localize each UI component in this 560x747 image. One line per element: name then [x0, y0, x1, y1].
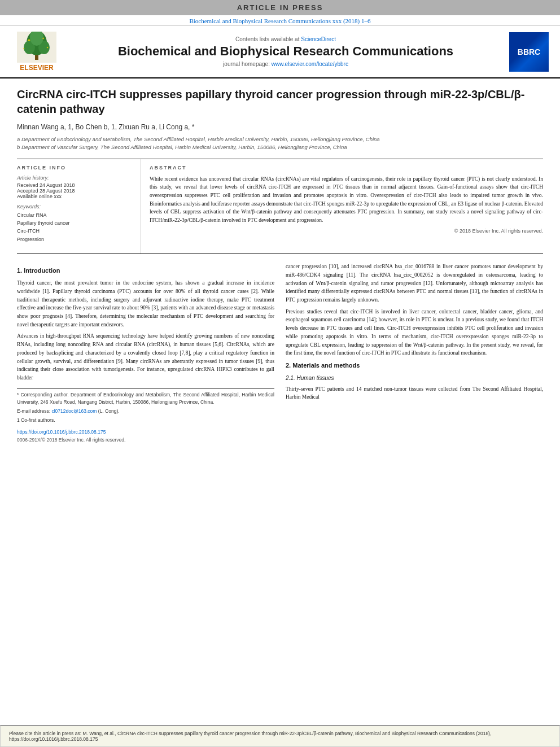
footnote-area: * Corresponding author. Department of En…: [17, 388, 274, 425]
email-label: E-mail address:: [17, 408, 50, 414]
section1-para2: Advances in high-throughput RNA sequenci…: [17, 332, 274, 382]
bbrc-logo: BBRC: [509, 32, 549, 72]
article-history-group: Article history: Received 24 August 2018…: [17, 175, 132, 199]
svg-text:✦: ✦: [27, 38, 31, 43]
doi-footer: https://doi.org/10.1016/j.bbrc.2018.08.1…: [17, 429, 274, 443]
section2-1-para: Thirty-seven PTC patients and 14 matched…: [286, 385, 543, 401]
abstract-text: While recent evidence has uncovered that…: [150, 175, 543, 225]
keyword-4: Progression: [17, 235, 132, 243]
affiliations: a Department of Endocrinology and Metabo…: [17, 136, 543, 152]
body-columns: 1. Introduction Thyroid cancer, the most…: [17, 263, 543, 444]
journal-center: Contents lists available at ScienceDirec…: [68, 36, 504, 67]
keyword-3: Circ-ITCH: [17, 227, 132, 235]
banner-text: ARTICLE IN PRESS: [237, 3, 323, 12]
section1-right-para1: cancer progression [10], and increased c…: [286, 263, 543, 304]
contents-available: Contents lists available at ScienceDirec…: [68, 36, 504, 42]
abstract-copyright: © 2018 Elsevier Inc. All rights reserved…: [150, 228, 543, 234]
email-name: (L. Cong).: [98, 408, 120, 414]
journal-header: ✦ ✦ ✦ ✦ ELSEVIER Contents lists availabl…: [0, 26, 560, 78]
citation-text: Please cite this article in press as: M.…: [9, 731, 491, 742]
article-in-press-banner: ARTICLE IN PRESS: [0, 0, 560, 15]
corresponding-footnote: * Corresponding author. Department of En…: [17, 391, 274, 406]
section1-right-para2: Previous studies reveal that circ-ITCH i…: [286, 308, 543, 357]
received-date: Received 24 August 2018: [17, 182, 132, 188]
keywords-label: Keywords:: [17, 204, 132, 209]
article-content: CircRNA circ-ITCH suppresses papillary t…: [0, 78, 560, 725]
article-title: CircRNA circ-ITCH suppresses papillary t…: [17, 87, 543, 116]
abstract-section-label: ABSTRACT: [150, 165, 543, 171]
journal-info-text: Biochemical and Biophysical Research Com…: [189, 18, 370, 24]
body-left-col: 1. Introduction Thyroid cancer, the most…: [17, 263, 274, 444]
affiliation-b: b Department of Vascular Surgery, The Se…: [17, 143, 543, 151]
section1-para1: Thyroid cancer, the most prevalent tumor…: [17, 279, 274, 329]
journal-info-bar: Biochemical and Biophysical Research Com…: [0, 15, 560, 26]
abstract-col: ABSTRACT While recent evidence has uncov…: [141, 159, 543, 254]
email-link[interactable]: cl0712doc@163.com: [51, 408, 97, 414]
doi-link[interactable]: https://doi.org/10.1016/j.bbrc.2018.08.1…: [17, 429, 106, 435]
article-history-label: Article history:: [17, 175, 132, 181]
cofirst-footnote: 1 Co-first authors.: [17, 417, 274, 424]
page: ARTICLE IN PRESS Biochemical and Biophys…: [0, 0, 560, 747]
affiliation-a: a Department of Endocrinology and Metabo…: [17, 136, 543, 143]
journal-homepage-link[interactable]: www.elsevier.com/locate/ybbrc: [272, 61, 348, 67]
journal-title: Biochemical and Biophysical Research Com…: [68, 44, 504, 59]
accepted-date: Accepted 28 August 2018: [17, 188, 132, 194]
info-section: ARTICLE INFO Article history: Received 2…: [17, 159, 543, 255]
section2-1-heading: 2.1. Human tissues: [286, 374, 543, 383]
svg-text:✦: ✦: [23, 47, 25, 50]
authors-line: Minnan Wang a, 1, Bo Chen b, 1, Zixuan R…: [17, 123, 543, 131]
sciencedirect-link[interactable]: ScienceDirect: [301, 36, 336, 42]
body-right-col: cancer progression [10], and increased c…: [286, 263, 543, 444]
elsevier-text-label: ELSEVIER: [20, 64, 53, 72]
keyword-2: Papillary thyroid cancer: [17, 219, 132, 227]
email-footnote: E-mail address: cl0712doc@163.com (L. Co…: [17, 408, 274, 415]
section2-heading: 2. Materials and methods: [286, 361, 543, 370]
available-online: Available online xxx: [17, 194, 132, 199]
keyword-1: Circular RNA: [17, 211, 132, 219]
authors-text: Minnan Wang a, 1, Bo Chen b, 1, Zixuan R…: [17, 123, 194, 131]
journal-homepage: journal homepage: www.elsevier.com/locat…: [68, 61, 504, 67]
section1-heading: 1. Introduction: [17, 266, 274, 276]
article-info-section-label: ARTICLE INFO: [17, 165, 132, 171]
keywords-group: Keywords: Circular RNA Papillary thyroid…: [17, 204, 132, 244]
doi-copyright: 0006-291X/© 2018 Elsevier Inc. All right…: [17, 437, 125, 443]
svg-text:✦: ✦: [46, 46, 49, 49]
elsevier-logo: ✦ ✦ ✦ ✦ ELSEVIER: [11, 32, 62, 72]
elsevier-tree-icon: ✦ ✦ ✦ ✦: [17, 32, 56, 63]
keywords-list: Circular RNA Papillary thyroid cancer Ci…: [17, 211, 132, 244]
svg-text:✦: ✦: [42, 37, 45, 40]
article-info-col: ARTICLE INFO Article history: Received 2…: [17, 159, 141, 254]
citation-bar: Please cite this article in press as: M.…: [0, 725, 560, 747]
